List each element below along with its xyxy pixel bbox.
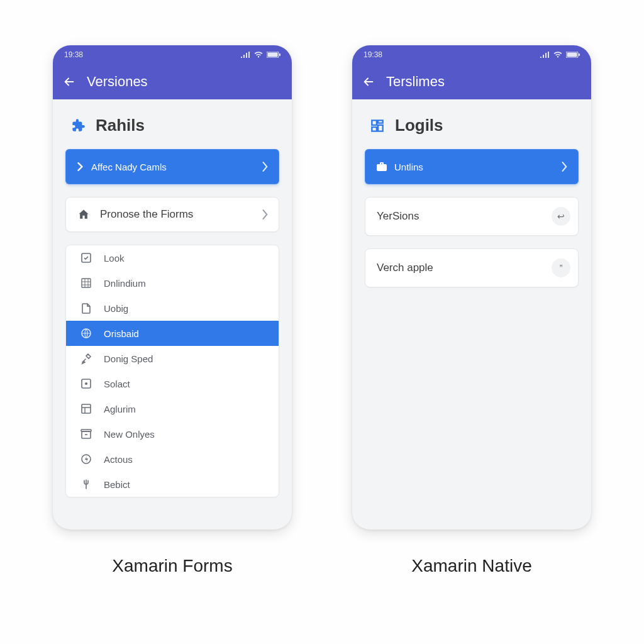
battery-icon [566,52,580,58]
list-item[interactable]: Look [66,245,279,270]
svg-rect-2 [279,53,280,56]
archive-icon [80,428,92,440]
list-item[interactable]: Uobig [66,296,279,321]
svg-rect-1 [268,53,278,57]
section-title: Logils [395,116,443,135]
arrow-left-icon [62,75,76,89]
list-item[interactable]: Aglurim [66,396,279,421]
list-item-label: Uobig [104,303,128,314]
svg-rect-14 [579,53,580,56]
status-icons [240,52,280,58]
bolt-circle-icon [80,453,92,465]
list-item[interactable]: Solact [66,371,279,396]
secondary-row-label: Pronose the Fiorms [100,208,193,221]
battery-icon [267,52,280,58]
primary-action-label: Untlins [394,162,423,172]
arrow-left-icon [362,75,375,89]
grid-icon [80,277,92,289]
file-icon [80,302,92,314]
list-item[interactable]: Orisbaid [66,321,279,346]
caption-right: Xamarin Native [352,556,591,576]
list-item-label: Dnlindium [104,278,146,289]
list-item-label: New Onlyes [104,429,155,440]
card-row[interactable]: YerSions↩ [365,197,579,236]
list-item-label: Bebict [104,479,130,490]
tools-icon [80,352,92,365]
captions: Xamarin Forms Xamarin Native [0,530,644,576]
row-action-button[interactable]: ↩ [552,207,570,226]
primary-action-button[interactable]: Untlins [365,149,579,184]
status-bar: 19:38 [352,45,591,64]
primary-action-label: Affec Nady Camls [91,162,167,172]
wifi-icon [553,52,562,58]
svg-rect-8 [82,404,91,413]
nav-bar: Versiones [53,64,292,99]
list-item[interactable]: Actous [66,447,279,472]
nav-title: Terslimes [386,74,445,90]
list-item-label: Solact [104,379,130,389]
card-row[interactable]: Verch apple” [365,248,579,287]
section-title: Rahils [96,116,145,135]
wifi-icon [254,52,263,58]
secondary-row[interactable]: Pronose the Fiorms [65,197,279,232]
nav-bar: Terslimes [352,64,591,99]
list-item[interactable]: New Onlyes [66,421,279,447]
primary-action-button[interactable]: Affec Nady Camls [65,149,279,184]
card-row-label: Verch apple [377,262,433,274]
home-icon [77,208,90,221]
puzzle-icon [69,117,87,135]
square-dot-icon [80,377,92,390]
content-area: Rahils Affec Nady Camls Pronose the Fior… [53,99,292,530]
options-list: LookDnlindiumUobigOrisbaidDonig SpedSola… [65,245,279,497]
row-action-button[interactable]: ” [552,258,570,277]
card-row-label: YerSions [377,210,419,223]
content-area: Logils Untlins YerSions↩Verch apple” [352,99,591,530]
section-header: Rahils [69,116,279,135]
layout-icon [80,402,92,415]
signal-icon [240,52,250,58]
status-time: 19:38 [364,50,382,59]
doc-check-icon [80,252,92,264]
list-item-label: Look [104,253,125,264]
status-icons [540,52,580,58]
signal-icon [540,52,550,58]
caption-left: Xamarin Forms [53,556,292,576]
svg-point-7 [85,382,87,385]
nav-title: Versiones [87,74,148,90]
briefcase-icon [377,162,387,171]
chevron-right-icon [262,162,269,172]
chevron-right-icon [562,162,568,172]
back-button[interactable] [62,74,77,89]
svg-rect-4 [82,279,91,287]
list-item-label: Orisbaid [104,328,139,339]
chevron-right-icon [77,162,84,171]
list-item[interactable]: Bebict [66,472,279,497]
list-item[interactable]: Donig Sped [66,346,279,371]
dashboard-icon [369,117,386,135]
section-header: Logils [369,116,579,135]
svg-rect-10 [81,430,91,431]
chevron-right-icon [262,209,269,219]
list-item-label: Aglurim [104,404,136,414]
phone-xamarin-forms: 19:38 Versiones Rahils Affec Nady [53,45,292,530]
list-item[interactable]: Dnlindium [66,270,279,296]
back-button[interactable] [361,74,376,89]
list-item-label: Donig Sped [104,353,153,364]
status-time: 19:38 [64,50,83,59]
svg-rect-13 [567,53,577,57]
globe-icon [80,327,92,340]
status-bar: 19:38 [53,45,292,64]
fork-icon [80,478,92,491]
list-item-label: Actous [104,454,133,465]
phone-xamarin-native: 19:38 Terslimes Logils Untlins [352,45,591,530]
